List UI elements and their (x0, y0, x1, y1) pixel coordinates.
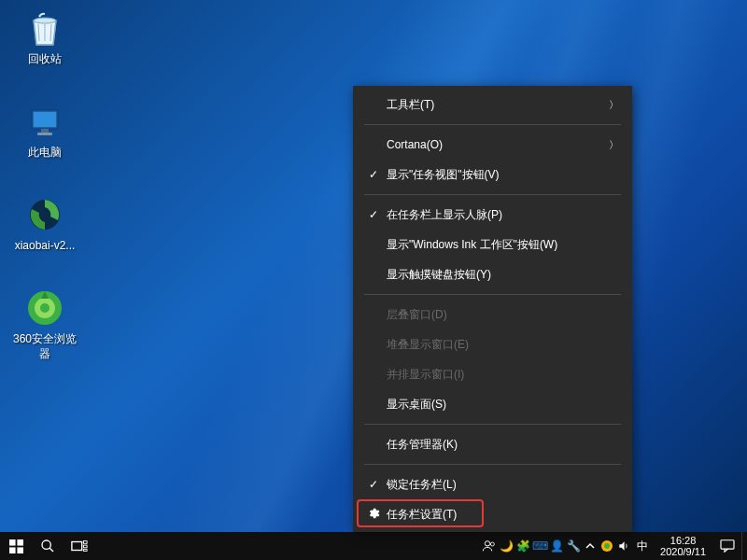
taskbar-clock[interactable]: 16:28 2020/9/11 (653, 535, 713, 557)
menu-separator (364, 294, 621, 295)
menu-item-task-manager[interactable]: 任务管理器(K) (353, 429, 632, 459)
desktop-icon-recycle-bin[interactable]: 回收站 (9, 7, 80, 67)
desktop-icon-label: 此电脑 (28, 146, 62, 161)
svg-line-14 (49, 548, 53, 552)
desktop-icon-label: 回收站 (28, 52, 62, 67)
tray-icon-volume[interactable] (615, 532, 632, 560)
tray-chevron-up[interactable] (582, 532, 599, 560)
svg-rect-17 (84, 545, 88, 548)
svg-rect-9 (9, 539, 16, 546)
menu-separator (364, 464, 621, 465)
menu-item-taskbar-settings[interactable]: 任务栏设置(T) (353, 499, 632, 529)
chevron-up-icon (585, 541, 595, 551)
task-view-icon (71, 539, 88, 553)
tray-icon-moon[interactable]: 🌙 (498, 532, 514, 560)
taskbar: 🌙 🧩 ⌨ 👤 🔧 中 16:28 2020/9/11 (0, 532, 747, 560)
menu-separator (364, 424, 621, 425)
menu-item-label: 显示触摸键盘按钮(Y) (385, 267, 619, 283)
people-button[interactable] (481, 532, 498, 560)
show-desktop-button[interactable] (741, 532, 747, 560)
check-icon: ✓ (362, 478, 385, 491)
svg-point-0 (34, 18, 56, 23)
menu-item-cortana[interactable]: Cortana(O) 〉 (353, 130, 632, 160)
start-button[interactable] (0, 532, 32, 560)
svg-rect-11 (9, 547, 16, 553)
tray-icon-keyboard[interactable]: ⌨ (531, 532, 548, 560)
svg-rect-10 (17, 539, 23, 546)
360-browser-icon (24, 287, 65, 329)
svg-point-19 (485, 541, 489, 546)
svg-point-20 (490, 542, 494, 546)
taskbar-context-menu: 工具栏(T) 〉 Cortana(O) 〉 ✓ 显示"任务视图"按钮(V) ✓ … (353, 86, 632, 532)
svg-rect-18 (84, 550, 88, 552)
notification-icon (720, 539, 735, 553)
menu-separator (364, 124, 621, 125)
menu-item-show-task-view[interactable]: ✓ 显示"任务视图"按钮(V) (353, 160, 632, 189)
xiaobai-icon (24, 194, 65, 235)
ime-label: 中 (637, 539, 648, 554)
menu-item-label: 工具栏(T) (385, 97, 609, 113)
desktop-icon-this-pc[interactable]: 此电脑 (9, 101, 80, 161)
action-center-button[interactable] (713, 532, 741, 560)
desktop-icon-xiaobai[interactable]: xiaobai-v2... (9, 194, 80, 254)
system-tray: 🌙 🧩 ⌨ 👤 🔧 中 16:28 2020/9/11 (481, 532, 747, 560)
this-pc-icon (24, 101, 65, 142)
desktop-icon-360-browser[interactable]: 360安全浏览器 (9, 287, 80, 361)
desktop-icon-label: xiaobai-v2... (15, 239, 76, 254)
recycle-bin-icon (24, 7, 65, 49)
tray-icon-person[interactable]: 👤 (548, 532, 565, 560)
menu-item-label: 层叠窗口(D) (385, 307, 619, 323)
task-view-button[interactable] (63, 532, 95, 560)
desktop-icon-label: 360安全浏览器 (9, 332, 80, 361)
tray-ime-indicator[interactable]: 中 (632, 532, 653, 560)
svg-rect-12 (17, 547, 23, 553)
search-icon (40, 539, 55, 553)
menu-item-label: 在任务栏上显示人脉(P) (385, 207, 619, 223)
menu-item-label: 并排显示窗口(I) (385, 367, 619, 383)
clock-date: 2020/9/11 (660, 546, 706, 557)
svg-rect-15 (72, 542, 82, 551)
menu-item-show-people[interactable]: ✓ 在任务栏上显示人脉(P) (353, 200, 632, 230)
menu-item-label: 显示"任务视图"按钮(V) (385, 167, 619, 183)
menu-item-show-desktop[interactable]: 显示桌面(S) (353, 389, 632, 419)
svg-rect-23 (721, 540, 734, 549)
chevron-right-icon: 〉 (609, 138, 619, 152)
menu-item-cascade: 层叠窗口(D) (353, 300, 632, 329)
svg-rect-4 (37, 133, 52, 135)
menu-item-side-by-side: 并排显示窗口(I) (353, 359, 632, 389)
tray-icon-wrench[interactable]: 🔧 (565, 532, 582, 560)
tray-icon-jigsaw[interactable]: 🧩 (514, 532, 531, 560)
chevron-right-icon: 〉 (609, 98, 619, 112)
check-icon: ✓ (362, 168, 385, 181)
menu-item-label: 锁定任务栏(L) (385, 477, 619, 493)
menu-item-show-ink[interactable]: 显示"Windows Ink 工作区"按钮(W) (353, 230, 632, 259)
svg-point-8 (40, 303, 49, 313)
check-icon: ✓ (362, 208, 385, 221)
svg-rect-16 (84, 541, 88, 544)
menu-item-label: 堆叠显示窗口(E) (385, 337, 619, 353)
menu-item-toolbars[interactable]: 工具栏(T) 〉 (353, 90, 632, 119)
menu-item-stacked: 堆叠显示窗口(E) (353, 329, 632, 359)
svg-rect-2 (34, 112, 56, 127)
menu-item-show-touch-keyboard[interactable]: 显示触摸键盘按钮(Y) (353, 259, 632, 289)
windows-logo-icon (9, 539, 23, 553)
menu-separator (364, 194, 621, 195)
gear-icon (362, 507, 385, 523)
svg-point-13 (42, 540, 50, 549)
menu-item-label: 显示"Windows Ink 工作区"按钮(W) (385, 237, 619, 253)
clock-time: 16:28 (660, 535, 706, 546)
menu-item-label: 任务管理器(K) (385, 437, 619, 453)
svg-point-22 (604, 543, 610, 549)
people-icon (482, 539, 497, 553)
tray-icon-360[interactable] (599, 532, 615, 560)
menu-item-label: Cortana(O) (385, 138, 609, 151)
menu-item-label: 任务栏设置(T) (385, 507, 619, 523)
menu-item-label: 显示桌面(S) (385, 397, 619, 413)
menu-item-lock-taskbar[interactable]: ✓ 锁定任务栏(L) (353, 469, 632, 499)
svg-rect-3 (41, 129, 49, 133)
volume-icon (617, 539, 630, 553)
search-button[interactable] (32, 532, 63, 560)
